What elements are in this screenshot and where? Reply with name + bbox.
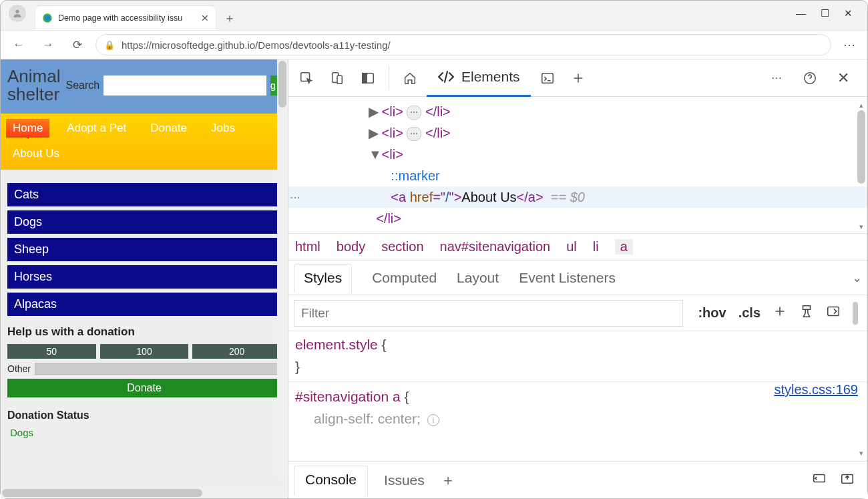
sidebar: Cats Dogs Sheep Horses Alpacas Help us w… (1, 170, 288, 445)
crumb-html[interactable]: html (295, 239, 320, 255)
new-rule-icon[interactable] (773, 304, 787, 322)
browser-menu-button[interactable]: ⋯ (838, 37, 861, 52)
nav-adopt[interactable]: Adopt a Pet (60, 119, 133, 138)
devtools-close-icon[interactable]: ✕ (830, 65, 857, 92)
window-controls: ― ☐ ✕ (796, 7, 862, 19)
rendered-page: Animalshelter Search g Home Adopt a Pet … (1, 59, 288, 498)
styles-scrollbar[interactable] (853, 302, 858, 325)
issues-drawer-tab[interactable]: Issues (384, 472, 425, 488)
crumb-li[interactable]: li (593, 239, 599, 255)
lock-icon: 🔒 (104, 40, 115, 50)
hov-toggle[interactable]: :hov (698, 305, 726, 321)
crumb-body[interactable]: body (337, 239, 365, 255)
new-tab-button[interactable]: ＋ (220, 8, 240, 28)
computed-toggle-icon[interactable] (826, 304, 841, 322)
more-tools-icon[interactable]: ⋯ (763, 65, 790, 92)
styles-filter-input[interactable] (294, 300, 683, 327)
styles-more-icon[interactable]: ⌄ (852, 271, 862, 285)
dom-tree[interactable]: ▶ <li> ⋯ </li> ▶ <li> ⋯ </li> ▼ <li> ::m… (288, 97, 867, 233)
nav-about[interactable]: About Us (6, 144, 66, 163)
cls-toggle[interactable]: .cls (738, 305, 761, 321)
styles-tab[interactable]: Styles (294, 264, 352, 293)
minimize-icon[interactable]: ― (796, 7, 806, 19)
category-item[interactable]: Sheep (7, 238, 281, 261)
donate-amount-button[interactable]: 50 (7, 344, 96, 359)
url-box[interactable]: 🔒 https://microsoftedge.github.io/Demos/… (95, 34, 831, 55)
donate-submit-button[interactable]: Donate (7, 379, 281, 397)
computed-tab[interactable]: Computed (372, 270, 437, 286)
breadcrumb: html body section nav#sitenavigation ul … (288, 233, 867, 261)
page-horizontal-scrollbar[interactable] (1, 488, 288, 498)
styles-filter-row: :hov .cls (288, 295, 867, 331)
other-amount-input[interactable] (35, 363, 281, 375)
site-title: Animalshelter (7, 67, 60, 104)
devtools-toolbar: Elements ⋯ ✕ (288, 59, 867, 97)
donate-heading: Help us with a donation (7, 325, 281, 339)
browser-tab[interactable]: Demo page with accessibility issu ✕ (35, 6, 216, 30)
add-tab-icon[interactable] (564, 65, 592, 92)
status-dogs: Dogs (7, 427, 281, 438)
svg-point-0 (15, 10, 19, 13)
tab-title: Demo page with accessibility issu (58, 13, 196, 23)
svg-rect-8 (541, 73, 553, 83)
stylesheet-link[interactable]: styles.css:169 (774, 379, 858, 400)
content-area: Animalshelter Search g Home Adopt a Pet … (1, 59, 867, 498)
search-label: Search (65, 79, 99, 92)
dom-scrollbar[interactable]: ▴▾ (857, 100, 866, 230)
event-listeners-tab[interactable]: Event Listeners (519, 270, 616, 286)
nav-home[interactable]: Home (6, 119, 49, 138)
layout-tab[interactable]: Layout (457, 270, 499, 286)
welcome-tab-icon[interactable] (396, 65, 424, 92)
profile-icon[interactable] (9, 5, 26, 22)
device-toggle-icon[interactable] (323, 65, 351, 92)
crumb-ul[interactable]: ul (566, 239, 577, 255)
dock-icon[interactable] (354, 65, 382, 92)
category-item[interactable]: Alpacas (7, 293, 281, 316)
crumb-section[interactable]: section (381, 239, 423, 255)
search-input[interactable] (103, 75, 266, 96)
page-header: Animalshelter Search g (1, 59, 288, 114)
url-text: https://microsoftedge.github.io/Demos/de… (122, 39, 391, 51)
status-heading: Donation Status (7, 409, 281, 422)
brush-icon[interactable] (799, 304, 814, 322)
svg-point-2 (45, 15, 50, 21)
tab-bar: Demo page with accessibility issu ✕ ＋ ― … (1, 1, 867, 30)
edge-favicon-icon (42, 13, 53, 23)
category-item[interactable]: Horses (7, 265, 281, 289)
devtools-drawer: Console Issues ＋ (288, 461, 867, 498)
forward-button[interactable]: → (37, 33, 59, 56)
site-navigation: Home Adopt a Pet Donate Jobs About Us (1, 114, 288, 170)
refresh-button[interactable]: ⟳ (66, 33, 89, 56)
nav-donate[interactable]: Donate (144, 119, 194, 138)
svg-rect-5 (337, 75, 342, 84)
maximize-icon[interactable]: ☐ (821, 7, 829, 19)
other-label: Other (7, 363, 31, 374)
tab-close-icon[interactable]: ✕ (201, 13, 209, 23)
svg-rect-7 (363, 73, 367, 83)
browser-window: Demo page with accessibility issu ✕ ＋ ― … (0, 0, 868, 499)
inspect-icon[interactable] (292, 65, 320, 92)
drawer-dock-icon[interactable] (811, 471, 827, 489)
elements-tab[interactable]: Elements (427, 59, 531, 97)
donate-amount-button[interactable]: 200 (192, 344, 281, 359)
category-item[interactable]: Dogs (7, 210, 281, 234)
crumb-a[interactable]: a (615, 239, 633, 255)
address-bar: ← → ⟳ 🔒 https://microsoftedge.github.io/… (1, 30, 867, 59)
console-drawer-tab[interactable]: Console (294, 466, 368, 496)
devtools-panel: Elements ⋯ ✕ ▶ <li> ⋯ </li> ▶ <li> ⋯ </l… (288, 59, 867, 498)
nav-jobs[interactable]: Jobs (204, 119, 242, 138)
console-tab-icon[interactable] (533, 65, 562, 92)
styles-tabs: Styles Computed Layout Event Listeners ⌄ (288, 261, 867, 295)
drawer-add-icon[interactable]: ＋ (441, 470, 455, 490)
code-icon (437, 68, 455, 86)
help-icon[interactable] (797, 65, 823, 92)
svg-rect-10 (828, 307, 839, 316)
css-rules[interactable]: element.style { } #sitenavigation a { al… (288, 331, 867, 461)
crumb-nav[interactable]: nav#sitenavigation (440, 239, 551, 255)
category-item[interactable]: Cats (7, 183, 281, 206)
donate-amount-button[interactable]: 100 (100, 344, 189, 359)
close-window-icon[interactable]: ✕ (844, 7, 853, 19)
page-vertical-scrollbar[interactable] (277, 59, 288, 477)
back-button[interactable]: ← (7, 33, 30, 56)
drawer-expand-icon[interactable] (839, 471, 855, 489)
